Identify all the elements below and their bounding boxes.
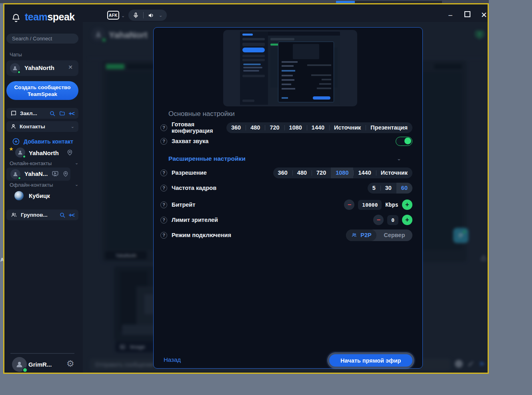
preset-1080[interactable]: 1080 — [284, 122, 307, 133]
group-chats-row[interactable]: Группов... +< — [6, 209, 78, 220]
current-user-row[interactable]: GrimR... ⚙ — [4, 355, 83, 373]
help-icon[interactable]: ? — [160, 217, 167, 223]
speaker-chevron-icon[interactable]: ⌄ — [159, 13, 162, 18]
resolution-480[interactable]: 480 — [292, 168, 312, 178]
preset-source[interactable]: Источник — [329, 122, 366, 133]
create-community-line2: TeamSpeak — [28, 91, 57, 98]
audio-controls: ⌄ — [128, 10, 167, 21]
minimize-button[interactable]: – — [444, 11, 456, 19]
add-bookmark-icon[interactable]: +< — [69, 110, 74, 117]
sidebar-divider — [10, 353, 74, 354]
preset-480[interactable]: 480 — [246, 122, 265, 133]
notifications-bell-icon[interactable] — [11, 12, 21, 23]
resolution-segmented-control: 360 480 720 1080 1440 Источник — [273, 168, 412, 178]
online-status-dot — [22, 155, 26, 158]
fps-30[interactable]: 30 — [380, 183, 396, 194]
avatar — [10, 63, 20, 73]
resolution-1440[interactable]: 1440 — [353, 168, 376, 178]
folder-icon[interactable] — [59, 110, 66, 116]
help-icon[interactable]: ? — [160, 201, 167, 208]
offline-contacts-header[interactable]: Офлайн-контакты — [10, 182, 53, 188]
contact-yahanorth-favorite[interactable]: ★ YahaNorth — [10, 148, 78, 160]
preset-presentation[interactable]: Презентация — [366, 122, 412, 133]
preset-360[interactable]: 360 — [226, 122, 246, 133]
bitrate-decrease-button[interactable]: − — [344, 199, 354, 210]
bitrate-label: Битрейт — [172, 201, 195, 208]
bitrate-value[interactable]: 10000 — [358, 200, 382, 210]
plus-circle-icon — [12, 138, 20, 146]
audio-capture-toggle[interactable] — [396, 137, 412, 146]
stream-settings-dialog: Основные настройки ? Готовая конфигураци… — [153, 27, 423, 369]
help-icon[interactable]: ? — [160, 232, 167, 239]
chat-item-yahanorth[interactable]: YahaNorth ✕ — [6, 60, 78, 76]
online-contacts-header[interactable]: Онлайн-контакты — [10, 160, 52, 166]
add-contact-button[interactable]: Добавить контакт — [12, 138, 73, 146]
background-window-strip — [0, 0, 489, 3]
close-chat-icon[interactable]: ✕ — [68, 64, 73, 70]
bitrate-unit: Kbps — [385, 201, 398, 208]
search-bookmarks-icon[interactable] — [49, 110, 56, 117]
help-icon[interactable]: ? — [160, 124, 167, 131]
help-icon[interactable]: ? — [160, 185, 167, 192]
connection-mode-control: P2P Сервер — [346, 229, 412, 241]
resolution-label: Разрешение — [172, 170, 207, 176]
row-viewer-limit: ? Лимит зрителей − 0 + — [160, 213, 412, 227]
preset-720[interactable]: 720 — [265, 122, 284, 133]
people-icon — [10, 212, 18, 218]
contacts-row[interactable]: Контакты ⌄ — [6, 121, 78, 132]
fps-60-selected[interactable]: 60 — [396, 183, 412, 194]
maximize-button[interactable] — [461, 11, 473, 19]
location-pin-icon[interactable] — [62, 170, 69, 178]
create-community-button[interactable]: Создать сообщество TeamSpeak — [6, 81, 78, 100]
help-icon[interactable]: ? — [160, 138, 167, 145]
afk-chevron-icon[interactable]: ⌄ — [121, 13, 125, 18]
row-resolution: ? Разрешение 360 480 720 1080 1440 Источ… — [160, 166, 412, 180]
online-status-dot — [18, 176, 21, 180]
mini-dialog-thumb — [293, 44, 319, 59]
fps-5[interactable]: 5 — [368, 183, 380, 194]
advanced-settings-heading[interactable]: Расширенные настройки — [168, 155, 246, 162]
bitrate-increase-button[interactable]: + — [402, 199, 412, 210]
resolution-1080-selected[interactable]: 1080 — [331, 168, 353, 178]
advanced-chevron-icon[interactable]: ⌄ — [397, 156, 401, 162]
search-groups-icon[interactable] — [59, 212, 66, 218]
start-stream-button[interactable]: Начать прямой эфир — [329, 354, 412, 367]
framerate-label: Частота кадров — [172, 185, 216, 191]
contact-name: Кубицк — [29, 192, 50, 199]
contact-kubick[interactable]: Кубицк — [10, 191, 78, 202]
online-chevron-icon[interactable]: ⌄ — [75, 160, 78, 166]
bookmarks-row[interactable]: Закл... +< — [6, 108, 78, 119]
settings-gear-icon[interactable]: ⚙ — [66, 359, 74, 369]
preset-segmented-control: 360 480 720 1080 1440 Источник Презентац… — [226, 122, 412, 133]
viewer-limit-increase-button[interactable]: + — [402, 215, 412, 225]
contacts-label: Контакты — [20, 124, 45, 130]
search-connect-input[interactable] — [6, 34, 78, 44]
afk-status-badge[interactable]: AFK — [107, 11, 119, 20]
offline-chevron-icon[interactable]: ⌄ — [75, 182, 78, 187]
avatar — [10, 169, 20, 179]
resolution-360[interactable]: 360 — [273, 168, 292, 178]
help-icon[interactable]: ? — [160, 170, 167, 176]
location-pin-icon[interactable] — [66, 149, 73, 156]
contacts-chevron-icon[interactable]: ⌄ — [71, 124, 74, 129]
basic-settings-heading: Основные настройки — [168, 110, 235, 118]
resolution-source[interactable]: Источник — [376, 168, 412, 178]
book-icon — [10, 110, 17, 117]
online-status-dot — [22, 367, 28, 373]
add-group-icon[interactable]: +< — [69, 212, 74, 218]
resolution-720[interactable]: 720 — [312, 168, 331, 178]
row-connection-mode: ? Режим подключения P2P Сервер — [160, 228, 412, 242]
mode-server[interactable]: Сервер — [376, 229, 412, 241]
contact-yahanorth-online[interactable]: YahaN... — [6, 168, 70, 181]
mode-p2p-selected[interactable]: P2P — [346, 229, 376, 241]
screenshare-icon[interactable] — [51, 170, 59, 178]
preset-1440[interactable]: 1440 — [307, 122, 329, 133]
audio-divider — [143, 12, 144, 18]
back-link[interactable]: Назад — [164, 356, 181, 363]
close-button[interactable]: ✕ — [478, 10, 490, 20]
viewer-limit-value[interactable]: 0 — [387, 215, 398, 225]
user-name: GrimR... — [28, 361, 52, 368]
microphone-icon[interactable] — [133, 12, 139, 19]
speaker-icon[interactable] — [148, 12, 154, 19]
viewer-limit-decrease-button[interactable]: − — [373, 215, 384, 225]
